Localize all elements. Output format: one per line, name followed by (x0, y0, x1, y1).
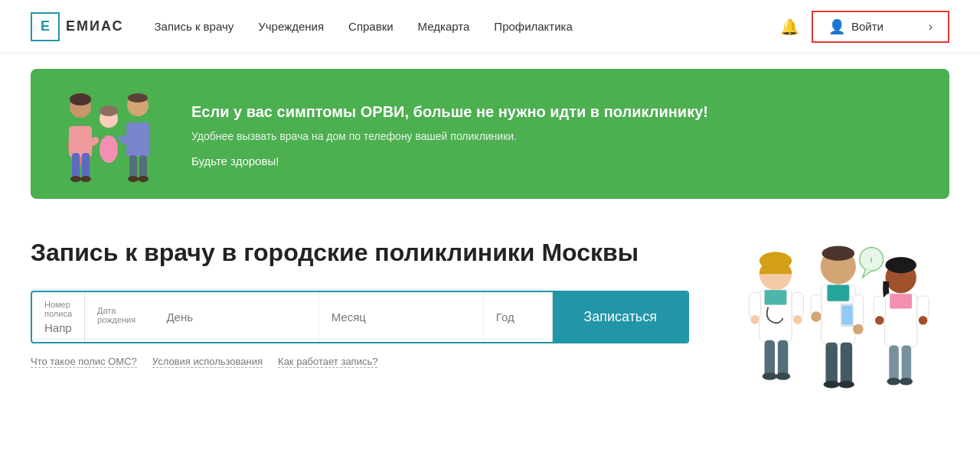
header-right: 🔔 👤 Войти › (780, 11, 949, 43)
banner-subtitle: Удобнее вызвать врача на дом по телефону… (191, 130, 708, 142)
main-nav: Запись к врачу Учреждения Справки Медкар… (155, 20, 781, 33)
svg-rect-12 (72, 153, 80, 180)
svg-rect-49 (890, 294, 912, 308)
main-content: Запись к врачу в городские поликлиники М… (0, 214, 980, 459)
login-btn-inner: 👤 Войти (828, 18, 884, 35)
svg-rect-28 (749, 292, 760, 318)
family-svg (54, 84, 176, 191)
logo-name: ЕМИАС (66, 18, 124, 34)
year-field (484, 292, 553, 342)
doctors-svg: ! (720, 237, 949, 436)
svg-rect-13 (82, 153, 90, 180)
login-label: Войти (851, 20, 884, 33)
svg-point-6 (128, 93, 148, 102)
nav-item-spravki[interactable]: Справки (348, 20, 394, 33)
svg-point-3 (70, 93, 91, 106)
polisa-label: Номер полиса (44, 300, 72, 318)
svg-rect-39 (841, 343, 852, 386)
logo-box: Е (31, 12, 60, 41)
form-links: Что такое полис ОМС? Условия использован… (31, 356, 689, 368)
booking-form: Номер полиса Дата рождения (31, 291, 689, 343)
dob-label-area: Дата рождения (85, 292, 154, 342)
right-illustration: ! (720, 237, 949, 436)
svg-rect-5 (126, 122, 149, 157)
link-terms[interactable]: Условия использования (152, 356, 263, 368)
svg-point-26 (763, 373, 777, 380)
nav-item-uchrezhd[interactable]: Учреждения (258, 20, 324, 33)
chevron-right-icon: › (929, 20, 933, 34)
svg-rect-29 (792, 292, 803, 318)
month-field (319, 292, 484, 342)
svg-rect-35 (827, 285, 849, 301)
day-input[interactable] (166, 311, 305, 324)
polisa-field: Номер полиса (32, 292, 85, 342)
banner-footer: Будьте здоровы! (191, 155, 708, 168)
banner-content: Если у вас симптомы ОРВИ, больше не нужн… (191, 101, 708, 168)
svg-point-16 (70, 176, 81, 182)
day-field (154, 292, 318, 342)
logo[interactable]: Е ЕМИАС (31, 12, 124, 41)
svg-point-43 (853, 324, 863, 334)
link-how[interactable]: Как работает запись? (278, 356, 377, 368)
polisa-input[interactable] (44, 321, 72, 334)
login-button[interactable]: 👤 Войти › (812, 11, 949, 43)
svg-point-53 (900, 378, 913, 386)
svg-point-8 (100, 135, 118, 163)
svg-point-41 (838, 381, 854, 389)
svg-point-27 (776, 373, 790, 380)
left-section: Запись к врачу в городские поликлиники М… (31, 237, 689, 368)
link-oms[interactable]: Что такое полис ОМС? (31, 356, 137, 368)
svg-point-45 (811, 311, 821, 321)
svg-rect-23 (765, 290, 787, 304)
nav-item-zapis[interactable]: Запись к врачу (155, 20, 234, 33)
logo-letter: Е (41, 18, 50, 34)
banner-illustration (54, 84, 176, 184)
submit-button[interactable]: Записаться (553, 292, 688, 342)
svg-point-30 (750, 315, 760, 324)
svg-rect-50 (889, 346, 899, 382)
svg-point-52 (887, 378, 900, 386)
svg-text:!: ! (871, 255, 873, 264)
svg-point-19 (138, 176, 149, 182)
svg-point-56 (875, 316, 884, 325)
svg-point-9 (100, 106, 118, 116)
svg-rect-42 (853, 294, 863, 327)
banner-title: Если у вас симптомы ОРВИ, больше не нужн… (191, 101, 708, 122)
svg-rect-51 (902, 346, 912, 382)
svg-rect-38 (825, 343, 837, 386)
svg-rect-24 (765, 340, 775, 377)
svg-point-40 (824, 381, 840, 389)
dob-label: Дата рождения (97, 306, 154, 324)
svg-point-47 (885, 257, 916, 273)
svg-point-57 (919, 316, 928, 325)
banner: Если у вас симптомы ОРВИ, больше не нужн… (31, 69, 949, 199)
form-field-group: Номер полиса Дата рождения (32, 292, 553, 342)
month-input[interactable] (332, 311, 471, 324)
year-input[interactable] (496, 311, 542, 324)
page-title: Запись к врачу в городские поликлиники М… (31, 237, 689, 269)
bell-icon[interactable]: 🔔 (780, 18, 799, 36)
svg-rect-25 (778, 340, 788, 377)
date-group: Дата рождения (85, 292, 553, 342)
svg-point-17 (80, 176, 91, 182)
svg-point-31 (793, 315, 802, 324)
nav-item-profilaktika[interactable]: Профилактика (494, 20, 573, 33)
svg-point-33 (822, 246, 854, 261)
svg-point-18 (128, 176, 139, 182)
header: Е ЕМИАС Запись к врачу Учреждения Справк… (0, 0, 980, 54)
person-icon: 👤 (828, 18, 845, 35)
nav-item-medkarta[interactable]: Медкарта (418, 20, 470, 33)
